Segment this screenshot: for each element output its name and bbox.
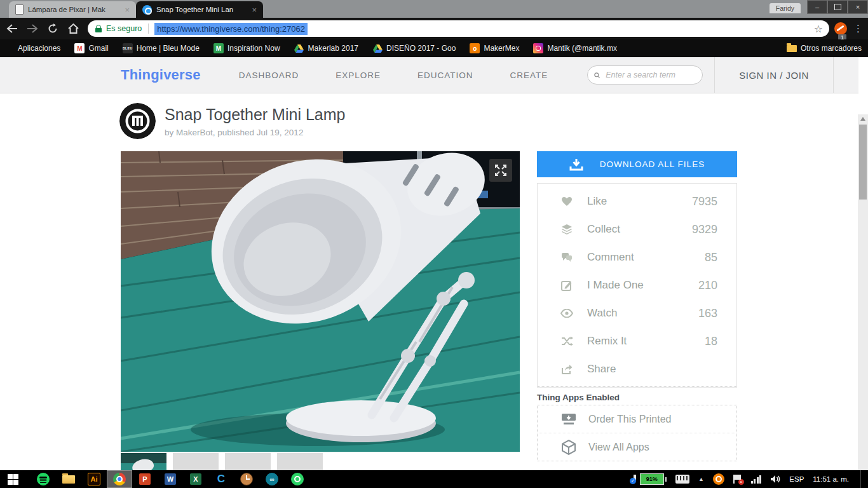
bookmark-bleumode[interactable]: BLEU Home | Bleu Mode — [123, 43, 200, 53]
view-all-apps[interactable]: View All Apps — [538, 433, 736, 461]
taskbar-spotify[interactable] — [31, 470, 56, 488]
extension-icon[interactable]: 1 — [834, 22, 847, 35]
bookmark-makerlab[interactable]: Makerlab 2017 — [294, 43, 358, 53]
sign-in-join-button[interactable]: SIGN IN / JOIN — [714, 57, 834, 93]
touch-keyboard-icon[interactable] — [675, 475, 689, 484]
taskbar-whatsapp[interactable] — [285, 470, 310, 488]
instagram-icon — [533, 43, 543, 53]
nav-explore[interactable]: EXPLORE — [336, 71, 381, 80]
thing-byline[interactable]: by MakerBot, published Jul 19, 2012 — [165, 128, 345, 137]
action-center-flag-icon[interactable]: × — [733, 474, 742, 484]
close-window-button[interactable]: × — [848, 0, 868, 14]
antivirus-wheel-icon[interactable] — [713, 473, 724, 485]
taskbar-chrome-active[interactable] — [107, 470, 132, 488]
thingiverse-logo[interactable]: Thingiverse — [121, 67, 201, 83]
reload-button[interactable] — [44, 20, 61, 37]
chrome-menu-icon[interactable]: ⋮ — [853, 23, 863, 34]
volume-icon[interactable] — [770, 475, 780, 484]
stat-comment[interactable]: Comment 85 — [538, 243, 736, 271]
restore-button[interactable] — [827, 0, 848, 14]
other-bookmarks[interactable]: Otros marcadores — [787, 44, 862, 53]
cura-icon: C — [217, 473, 225, 485]
language-indicator[interactable]: ESP — [789, 475, 804, 483]
screen: Lámpara de Pixar | Mak × Snap Together M… — [0, 0, 868, 488]
thing-title-block: Snap Together Mini Lamp by MakerBot, pub… — [119, 103, 345, 139]
nav-education[interactable]: EDUCATION — [417, 71, 473, 80]
heart-icon — [560, 196, 573, 207]
plug-check-icon: ✓ — [630, 478, 636, 484]
stat-like[interactable]: Like 7935 — [538, 187, 736, 215]
address-bar[interactable]: Es seguro https://www.thingiverse.com/th… — [88, 20, 829, 37]
clock[interactable]: 11:51 a. m. — [813, 475, 849, 483]
taskbar-powerpoint[interactable]: P — [132, 470, 158, 488]
bookmark-label: Inspiration Now — [227, 44, 280, 53]
edit-square-icon — [560, 280, 573, 291]
url-text[interactable]: https://www.thingiverse.com/thing:27062 — [154, 23, 308, 35]
taskbar-explorer[interactable] — [56, 470, 81, 488]
stat-label: Share — [587, 363, 616, 376]
makerbot-avatar[interactable] — [119, 103, 156, 139]
taskbar-clock-app[interactable] — [234, 470, 259, 488]
search-input[interactable] — [604, 70, 696, 80]
arduino-icon: ∞ — [266, 473, 278, 485]
stats-card: Like 7935 Collect 9329 Comment 85 — [537, 183, 737, 388]
start-button[interactable] — [0, 470, 25, 488]
power-plug-icon: ✓ — [631, 474, 639, 484]
browser-tab-inactive[interactable]: Lámpara de Pixar | Mak × — [9, 1, 136, 18]
stat-remix[interactable]: Remix It 18 — [538, 327, 736, 355]
chrome-profile-chip[interactable]: Faridy — [770, 3, 801, 13]
bookmark-diseno[interactable]: DISEÑO 2017 - Goo — [372, 43, 456, 53]
bookmark-makermex[interactable]: o MakerMex — [470, 43, 519, 53]
stat-label: Remix It — [587, 335, 627, 348]
page-scrollbar[interactable] — [858, 114, 868, 488]
forward-button[interactable] — [24, 20, 41, 37]
stat-collect[interactable]: Collect 9329 — [538, 215, 736, 243]
bookmark-label: Mantik (@mantik.mx — [547, 44, 617, 53]
search-box[interactable] — [587, 65, 703, 85]
nav-dashboard[interactable]: DASHBOARD — [239, 71, 299, 80]
network-signal-icon[interactable] — [751, 475, 762, 484]
taskbar-word[interactable]: W — [158, 470, 183, 488]
minimize-button[interactable]: – — [807, 0, 827, 14]
bookmark-inspiration[interactable]: M Inspiration Now — [214, 43, 280, 53]
bookmark-apps[interactable]: Aplicaciones — [5, 44, 60, 53]
order-this-printed[interactable]: Order This Printed — [538, 405, 736, 433]
illustrator-icon: Ai — [88, 473, 100, 485]
close-tab-icon[interactable]: × — [123, 5, 131, 15]
show-desktop-button[interactable] — [860, 470, 864, 488]
taskbar-cura[interactable]: C — [208, 470, 234, 488]
stat-i-made-one[interactable]: I Made One 210 — [538, 271, 736, 299]
taskbar-arduino[interactable]: ∞ — [259, 470, 285, 488]
taskbar-excel[interactable]: X — [183, 470, 208, 488]
stat-value: 163 — [698, 307, 717, 320]
system-tray: ✓ 91% ▲ × ESP 11:51 a. m. — [631, 470, 868, 488]
home-button[interactable] — [65, 20, 81, 37]
bookmark-gmail[interactable]: M Gmail — [74, 43, 108, 53]
download-all-files-button[interactable]: DOWNLOAD ALL FILES — [537, 151, 737, 177]
folder-icon — [787, 45, 797, 52]
stat-label: Watch — [587, 307, 618, 320]
document-favicon-icon — [15, 4, 24, 15]
bookmark-mantik[interactable]: Mantik (@mantik.mx — [533, 43, 617, 53]
bookmark-label: Makerlab 2017 — [308, 44, 358, 53]
collect-icon — [560, 224, 573, 234]
makermex-icon: o — [470, 43, 480, 53]
battery-status[interactable]: ✓ 91% — [631, 473, 667, 485]
file-explorer-icon — [62, 475, 75, 484]
thing-photo[interactable] — [121, 151, 520, 452]
hidden-icons-chevron[interactable]: ▲ — [698, 476, 704, 482]
bookmark-label: Home | Bleu Mode — [137, 44, 200, 53]
taskbar-illustrator[interactable]: Ai — [81, 470, 107, 488]
bookmark-star-icon[interactable]: ☆ — [811, 23, 825, 35]
scrollbar-thumb[interactable] — [859, 125, 867, 200]
security-label: Es seguro — [106, 24, 142, 33]
bookmark-label: DISEÑO 2017 - Goo — [386, 44, 456, 53]
close-tab-icon[interactable]: × — [250, 5, 258, 15]
fullscreen-button[interactable] — [489, 159, 512, 182]
stat-share[interactable]: Share — [538, 355, 736, 383]
browser-tab-active[interactable]: Snap Together Mini Lan × — [136, 1, 263, 18]
nav-create[interactable]: CREATE — [510, 71, 548, 80]
stat-watch[interactable]: Watch 163 — [538, 299, 736, 327]
back-button[interactable] — [4, 20, 20, 37]
scrollbar-up-icon[interactable] — [860, 117, 865, 121]
